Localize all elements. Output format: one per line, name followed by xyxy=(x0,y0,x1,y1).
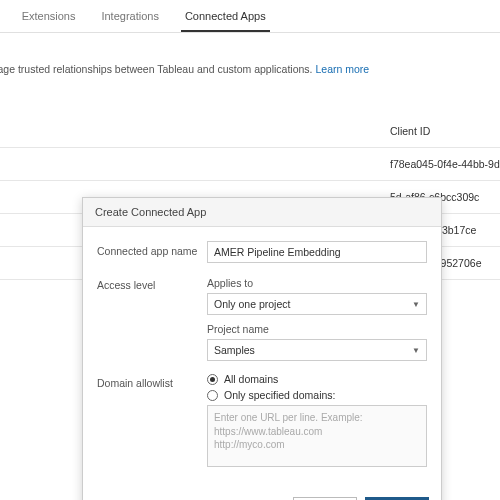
domain-list-textarea[interactable]: Enter one URL per line. Example: https:/… xyxy=(207,405,427,467)
label-domain-allowlist: Domain allowlist xyxy=(97,373,207,389)
chevron-down-icon: ▼ xyxy=(412,300,420,309)
radio-icon xyxy=(207,390,218,401)
radio-icon xyxy=(207,374,218,385)
label-access-level: Access level xyxy=(97,275,207,291)
label-project-name: Project name xyxy=(207,323,427,335)
project-name-select[interactable]: Samples ▼ xyxy=(207,339,427,361)
modal-overlay: Create Connected App Connected app name … xyxy=(0,0,500,500)
chevron-down-icon: ▼ xyxy=(412,346,420,355)
radio-all-domains[interactable]: All domains xyxy=(207,373,427,385)
label-applies-to: Applies to xyxy=(207,277,427,289)
radio-all-domains-label: All domains xyxy=(224,373,278,385)
modal-title: Create Connected App xyxy=(83,198,441,227)
create-connected-app-modal: Create Connected App Connected app name … xyxy=(82,197,442,500)
app-name-input[interactable] xyxy=(207,241,427,263)
applies-to-select[interactable]: Only one project ▼ xyxy=(207,293,427,315)
label-app-name: Connected app name xyxy=(97,241,207,257)
project-name-value: Samples xyxy=(214,344,255,356)
applies-to-value: Only one project xyxy=(214,298,290,310)
radio-only-domains-label: Only specified domains: xyxy=(224,389,335,401)
radio-only-domains[interactable]: Only specified domains: xyxy=(207,389,427,401)
